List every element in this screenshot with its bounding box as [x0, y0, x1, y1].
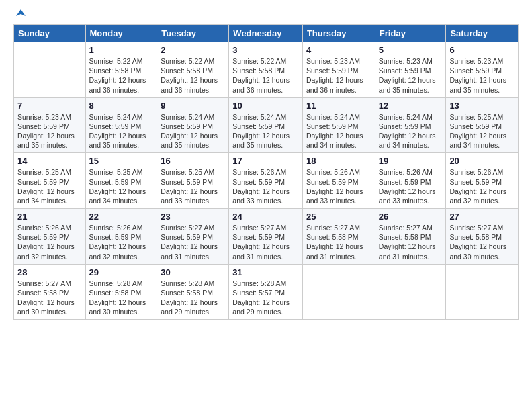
day-info: Sunrise: 5:23 AM Sunset: 5:59 PM Dayligh…	[449, 56, 515, 95]
calendar-day-15: 15Sunrise: 5:25 AM Sunset: 5:59 PM Dayli…	[85, 153, 157, 209]
day-info: Sunrise: 5:24 AM Sunset: 5:59 PM Dayligh…	[232, 112, 299, 150]
day-number: 17	[232, 156, 299, 166]
day-info: Sunrise: 5:25 AM Sunset: 5:59 PM Dayligh…	[17, 167, 82, 205]
day-number: 22	[89, 212, 154, 222]
calendar-day-6: 6Sunrise: 5:23 AM Sunset: 5:59 PM Daylig…	[446, 42, 519, 98]
day-number: 6	[449, 45, 515, 55]
calendar-header-wednesday: Wednesday	[229, 25, 303, 42]
calendar-day-14: 14Sunrise: 5:25 AM Sunset: 5:59 PM Dayli…	[14, 153, 86, 209]
calendar-day-21: 21Sunrise: 5:26 AM Sunset: 5:59 PM Dayli…	[14, 209, 86, 265]
day-info: Sunrise: 5:23 AM Sunset: 5:59 PM Dayligh…	[306, 56, 371, 95]
day-number: 20	[449, 156, 515, 166]
day-number: 13	[449, 101, 515, 111]
calendar-day-30: 30Sunrise: 5:28 AM Sunset: 5:58 PM Dayli…	[157, 264, 229, 320]
day-number: 9	[161, 101, 225, 111]
day-number: 10	[232, 101, 299, 111]
day-number: 21	[17, 212, 82, 222]
day-number: 28	[17, 267, 82, 277]
day-info: Sunrise: 5:27 AM Sunset: 5:58 PM Dayligh…	[379, 223, 443, 261]
calendar-day-17: 17Sunrise: 5:26 AM Sunset: 5:59 PM Dayli…	[229, 153, 303, 209]
day-info: Sunrise: 5:23 AM Sunset: 5:59 PM Dayligh…	[379, 56, 443, 95]
calendar-header-row: SundayMondayTuesdayWednesdayThursdayFrid…	[14, 25, 519, 42]
calendar-body: 1Sunrise: 5:22 AM Sunset: 5:58 PM Daylig…	[14, 42, 519, 320]
day-number: 30	[161, 267, 225, 277]
day-info: Sunrise: 5:26 AM Sunset: 5:59 PM Dayligh…	[232, 167, 299, 205]
svg-marker-0	[16, 9, 26, 16]
calendar-day-1: 1Sunrise: 5:22 AM Sunset: 5:58 PM Daylig…	[85, 42, 157, 98]
day-number: 23	[161, 212, 225, 222]
day-number: 26	[379, 212, 443, 222]
day-info: Sunrise: 5:23 AM Sunset: 5:59 PM Dayligh…	[17, 112, 82, 150]
day-info: Sunrise: 5:24 AM Sunset: 5:59 PM Dayligh…	[306, 112, 371, 150]
calendar-table: SundayMondayTuesdayWednesdayThursdayFrid…	[13, 24, 519, 320]
day-info: Sunrise: 5:26 AM Sunset: 5:59 PM Dayligh…	[306, 167, 371, 205]
calendar-day-27: 27Sunrise: 5:27 AM Sunset: 5:58 PM Dayli…	[446, 209, 519, 265]
calendar-day-10: 10Sunrise: 5:24 AM Sunset: 5:59 PM Dayli…	[229, 97, 303, 153]
calendar-day-23: 23Sunrise: 5:27 AM Sunset: 5:59 PM Dayli…	[157, 209, 229, 265]
calendar-week-row: 28Sunrise: 5:27 AM Sunset: 5:58 PM Dayli…	[14, 264, 519, 320]
day-number: 25	[306, 212, 371, 222]
day-number: 18	[306, 156, 371, 166]
calendar-day-31: 31Sunrise: 5:28 AM Sunset: 5:57 PM Dayli…	[229, 264, 303, 320]
day-info: Sunrise: 5:28 AM Sunset: 5:58 PM Dayligh…	[89, 279, 154, 317]
calendar-week-row: 7Sunrise: 5:23 AM Sunset: 5:59 PM Daylig…	[14, 97, 519, 153]
page-header	[13, 11, 519, 17]
calendar-day-19: 19Sunrise: 5:26 AM Sunset: 5:59 PM Dayli…	[375, 153, 446, 209]
day-info: Sunrise: 5:22 AM Sunset: 5:58 PM Dayligh…	[89, 56, 154, 95]
day-number: 24	[232, 212, 299, 222]
calendar-day-7: 7Sunrise: 5:23 AM Sunset: 5:59 PM Daylig…	[14, 97, 86, 153]
day-info: Sunrise: 5:24 AM Sunset: 5:59 PM Dayligh…	[161, 112, 225, 150]
day-info: Sunrise: 5:25 AM Sunset: 5:59 PM Dayligh…	[89, 167, 154, 205]
day-number: 29	[89, 267, 154, 277]
calendar-week-row: 21Sunrise: 5:26 AM Sunset: 5:59 PM Dayli…	[14, 209, 519, 265]
calendar-empty-cell	[375, 264, 446, 320]
calendar-day-13: 13Sunrise: 5:25 AM Sunset: 5:59 PM Dayli…	[446, 97, 519, 153]
day-info: Sunrise: 5:28 AM Sunset: 5:58 PM Dayligh…	[161, 279, 225, 317]
calendar-day-5: 5Sunrise: 5:23 AM Sunset: 5:59 PM Daylig…	[375, 42, 446, 98]
day-number: 5	[379, 45, 443, 55]
day-info: Sunrise: 5:27 AM Sunset: 5:59 PM Dayligh…	[161, 223, 225, 261]
day-info: Sunrise: 5:25 AM Sunset: 5:59 PM Dayligh…	[161, 167, 225, 205]
day-info: Sunrise: 5:22 AM Sunset: 5:58 PM Dayligh…	[161, 56, 225, 95]
day-number: 3	[232, 45, 299, 55]
calendar-day-11: 11Sunrise: 5:24 AM Sunset: 5:59 PM Dayli…	[302, 97, 375, 153]
day-info: Sunrise: 5:26 AM Sunset: 5:59 PM Dayligh…	[379, 167, 443, 205]
calendar-day-3: 3Sunrise: 5:22 AM Sunset: 5:58 PM Daylig…	[229, 42, 303, 98]
calendar-empty-cell	[446, 264, 519, 320]
day-info: Sunrise: 5:25 AM Sunset: 5:59 PM Dayligh…	[449, 112, 515, 150]
day-info: Sunrise: 5:24 AM Sunset: 5:59 PM Dayligh…	[379, 112, 443, 150]
day-info: Sunrise: 5:26 AM Sunset: 5:59 PM Dayligh…	[17, 223, 82, 261]
day-info: Sunrise: 5:27 AM Sunset: 5:58 PM Dayligh…	[306, 223, 371, 261]
calendar-day-8: 8Sunrise: 5:24 AM Sunset: 5:59 PM Daylig…	[85, 97, 157, 153]
calendar-header-thursday: Thursday	[302, 25, 375, 42]
day-number: 12	[379, 101, 443, 111]
calendar-day-26: 26Sunrise: 5:27 AM Sunset: 5:58 PM Dayli…	[375, 209, 446, 265]
day-number: 31	[232, 267, 299, 277]
day-number: 8	[89, 101, 154, 111]
day-info: Sunrise: 5:24 AM Sunset: 5:59 PM Dayligh…	[89, 112, 154, 150]
day-info: Sunrise: 5:26 AM Sunset: 5:59 PM Dayligh…	[89, 223, 154, 261]
day-number: 2	[161, 45, 225, 55]
calendar-day-4: 4Sunrise: 5:23 AM Sunset: 5:59 PM Daylig…	[302, 42, 375, 98]
calendar-day-20: 20Sunrise: 5:26 AM Sunset: 5:59 PM Dayli…	[446, 153, 519, 209]
day-info: Sunrise: 5:27 AM Sunset: 5:58 PM Dayligh…	[449, 223, 515, 261]
day-info: Sunrise: 5:27 AM Sunset: 5:58 PM Dayligh…	[17, 279, 82, 317]
calendar-day-28: 28Sunrise: 5:27 AM Sunset: 5:58 PM Dayli…	[14, 264, 86, 320]
calendar-header-friday: Friday	[375, 25, 446, 42]
calendar-day-25: 25Sunrise: 5:27 AM Sunset: 5:58 PM Dayli…	[302, 209, 375, 265]
day-number: 16	[161, 156, 225, 166]
calendar-day-29: 29Sunrise: 5:28 AM Sunset: 5:58 PM Dayli…	[85, 264, 157, 320]
day-info: Sunrise: 5:27 AM Sunset: 5:59 PM Dayligh…	[232, 223, 299, 261]
calendar-day-24: 24Sunrise: 5:27 AM Sunset: 5:59 PM Dayli…	[229, 209, 303, 265]
calendar-day-16: 16Sunrise: 5:25 AM Sunset: 5:59 PM Dayli…	[157, 153, 229, 209]
day-info: Sunrise: 5:26 AM Sunset: 5:59 PM Dayligh…	[449, 167, 515, 205]
logo	[13, 11, 27, 17]
calendar-header-monday: Monday	[85, 25, 157, 42]
calendar-header-tuesday: Tuesday	[157, 25, 229, 42]
calendar-header-saturday: Saturday	[446, 25, 519, 42]
calendar-day-2: 2Sunrise: 5:22 AM Sunset: 5:58 PM Daylig…	[157, 42, 229, 98]
day-info: Sunrise: 5:28 AM Sunset: 5:57 PM Dayligh…	[232, 279, 299, 317]
calendar-week-row: 14Sunrise: 5:25 AM Sunset: 5:59 PM Dayli…	[14, 153, 519, 209]
calendar-empty-cell	[14, 42, 86, 98]
day-number: 15	[89, 156, 154, 166]
